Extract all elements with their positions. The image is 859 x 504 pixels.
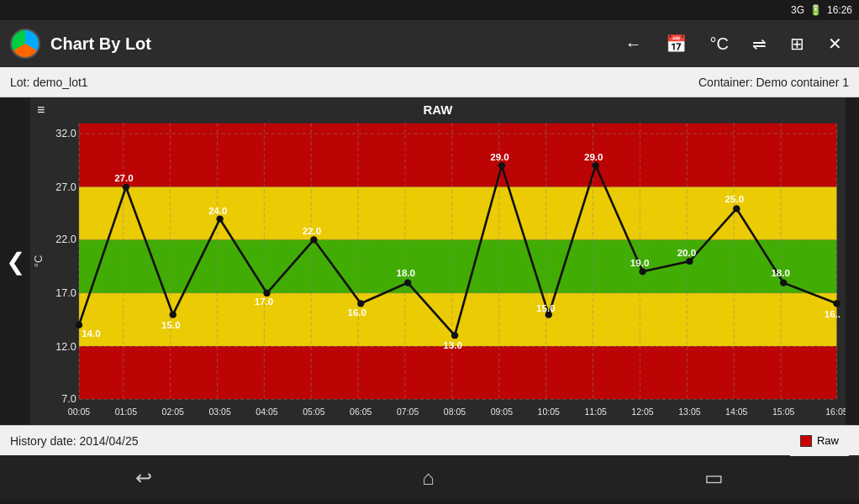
chart-title: RAW — [30, 102, 846, 117]
bottom-nav: ↩ ⌂ ▭ — [0, 455, 859, 501]
legend-color-raw — [800, 435, 812, 447]
svg-rect-2 — [79, 240, 836, 293]
svg-text:20.0: 20.0 — [677, 248, 697, 258]
svg-point-57 — [216, 216, 223, 223]
svg-point-77 — [686, 258, 693, 265]
svg-text:18.0: 18.0 — [396, 269, 415, 279]
svg-text:09:05: 09:05 — [491, 407, 514, 417]
svg-text:22.0: 22.0 — [303, 226, 322, 236]
svg-point-53 — [123, 184, 129, 191]
nav-back-button[interactable]: ↩ — [135, 466, 152, 490]
svg-point-67 — [451, 332, 458, 339]
svg-text:15:05: 15:05 — [772, 407, 795, 417]
legend-bar: Raw — [790, 426, 849, 456]
svg-text:06:05: 06:05 — [350, 407, 372, 417]
svg-text:24.0: 24.0 — [208, 206, 228, 216]
back-button[interactable]: ← — [619, 28, 649, 60]
svg-text:11:05: 11:05 — [584, 407, 607, 417]
svg-text:12.0: 12.0 — [55, 341, 76, 353]
nav-recent-button[interactable]: ▭ — [704, 466, 724, 490]
svg-point-75 — [639, 268, 646, 275]
svg-point-55 — [170, 312, 177, 318]
svg-text:18.0: 18.0 — [771, 269, 790, 279]
legend-label-raw: Raw — [817, 434, 839, 447]
y-axis-label: °C — [32, 255, 45, 268]
svg-text:22.0: 22.0 — [55, 234, 76, 246]
svg-rect-0 — [79, 123, 836, 187]
svg-text:14.0: 14.0 — [82, 328, 101, 339]
svg-point-61 — [310, 236, 317, 243]
svg-rect-1 — [79, 187, 836, 240]
svg-point-51 — [76, 322, 82, 328]
svg-text:13:05: 13:05 — [678, 407, 701, 417]
svg-text:29.0: 29.0 — [584, 152, 603, 162]
svg-point-59 — [263, 290, 270, 297]
title-bar: Chart By Lot ← 📅 °C ⇌ ⊞ ✕ — [0, 20, 859, 67]
svg-text:29.0: 29.0 — [490, 152, 509, 162]
lot-label: Lot: demo_lot1 — [10, 76, 88, 89]
svg-text:32.0: 32.0 — [55, 128, 76, 139]
svg-text:05:05: 05:05 — [303, 407, 325, 417]
shuffle-button[interactable]: ⇌ — [746, 27, 773, 60]
chart-inner: ≡ RAW °C — [30, 97, 846, 425]
svg-text:27.0: 27.0 — [55, 181, 76, 193]
app-title: Chart By Lot — [50, 34, 609, 54]
clock: 16:26 — [827, 4, 852, 16]
svg-text:17.0: 17.0 — [55, 287, 76, 299]
svg-text:14:05: 14:05 — [725, 407, 748, 417]
svg-point-73 — [592, 162, 598, 169]
temp-unit-button[interactable]: °C — [704, 28, 735, 60]
chart-container: ❮ ≡ RAW °C — [0, 97, 859, 425]
svg-text:16.0: 16.0 — [347, 307, 366, 318]
calendar-button[interactable]: 📅 — [659, 27, 693, 60]
svg-point-83 — [833, 300, 840, 307]
svg-text:01:05: 01:05 — [115, 407, 138, 417]
history-label: History date: 2014/04/25 — [10, 434, 790, 448]
svg-text:04:05: 04:05 — [256, 407, 278, 417]
chart-left-nav[interactable]: ❮ — [0, 97, 30, 425]
grid-button[interactable]: ⊞ — [783, 27, 811, 60]
svg-text:25.0: 25.0 — [725, 194, 745, 204]
svg-text:00:05: 00:05 — [68, 407, 91, 417]
info-bar: Lot: demo_lot1 Container: Demo container… — [0, 67, 859, 97]
svg-rect-3 — [79, 293, 836, 346]
svg-text:17.0: 17.0 — [255, 297, 274, 307]
svg-rect-4 — [79, 346, 836, 399]
nav-home-button[interactable]: ⌂ — [422, 466, 435, 490]
close-button[interactable]: ✕ — [821, 27, 849, 60]
chart-svg-area: 32.0 27.0 22.0 17.0 12.0 7.0 00:05 01:05… — [30, 97, 846, 425]
svg-point-63 — [357, 300, 364, 307]
svg-text:16:05: 16:05 — [825, 407, 846, 417]
network-indicator: 3G — [791, 4, 804, 16]
container-label: Container: Demo container 1 — [698, 76, 849, 89]
svg-text:19.0: 19.0 — [630, 258, 650, 268]
status-bar: 3G 🔋 16:26 — [0, 0, 859, 20]
svg-text:03:05: 03:05 — [208, 407, 231, 417]
svg-text:02:05: 02:05 — [162, 407, 185, 417]
svg-point-69 — [498, 162, 505, 169]
svg-text:13.0: 13.0 — [443, 340, 462, 350]
svg-text:15.0: 15.0 — [161, 320, 181, 330]
svg-point-79 — [733, 205, 740, 212]
svg-text:16..: 16.. — [825, 309, 841, 319]
svg-point-81 — [780, 280, 787, 286]
svg-point-65 — [404, 280, 411, 286]
battery-icon: 🔋 — [809, 4, 822, 16]
svg-text:7.0: 7.0 — [61, 393, 76, 405]
svg-text:10:05: 10:05 — [538, 407, 561, 417]
svg-text:27.0: 27.0 — [114, 173, 134, 183]
app-logo — [10, 29, 40, 59]
svg-text:15.0: 15.0 — [536, 303, 556, 313]
chart-right-nav[interactable] — [846, 97, 859, 425]
bottom-section: History date: 2014/04/25 Raw — [0, 425, 859, 455]
svg-text:08:05: 08:05 — [444, 407, 466, 417]
svg-text:12:05: 12:05 — [631, 407, 654, 417]
svg-text:07:05: 07:05 — [397, 407, 419, 417]
